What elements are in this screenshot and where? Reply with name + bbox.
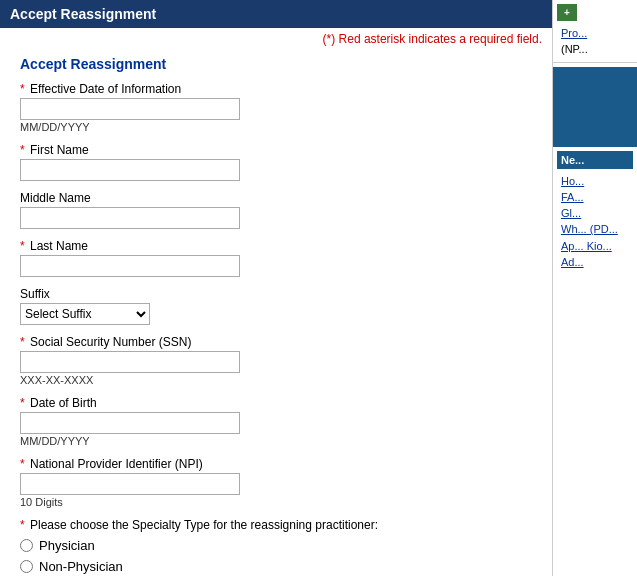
last-name-label: * Last Name: [20, 239, 532, 253]
news-link-6[interactable]: Ad...: [557, 254, 633, 270]
pro-link[interactable]: Pro...: [557, 25, 633, 41]
news-link-5[interactable]: Ap... Kio...: [557, 238, 633, 254]
required-star: *: [20, 457, 25, 471]
form-container: Accept Reassignment * Effective Date of …: [0, 50, 552, 576]
non-physician-label: Non-Physician: [39, 559, 123, 574]
npi-input[interactable]: [20, 473, 240, 495]
dob-hint: MM/DD/YYYY: [20, 435, 532, 447]
npi-group: * National Provider Identifier (NPI) 10 …: [20, 457, 532, 508]
required-notice: (*) Red asterisk indicates a required fi…: [0, 28, 552, 50]
physician-label: Physician: [39, 538, 95, 553]
required-star: *: [20, 82, 25, 96]
first-name-label: * First Name: [20, 143, 532, 157]
news-link-2[interactable]: FA...: [557, 189, 633, 205]
news-link-1[interactable]: Ho...: [557, 173, 633, 189]
first-name-group: * First Name: [20, 143, 532, 181]
middle-name-group: Middle Name: [20, 191, 532, 229]
form-title: Accept Reassignment: [20, 56, 532, 72]
effective-date-hint: MM/DD/YYYY: [20, 121, 532, 133]
ssn-hint: XXX-XX-XXXX: [20, 374, 532, 386]
suffix-group: Suffix Select Suffix Jr. Sr. II III IV: [20, 287, 532, 325]
middle-name-input[interactable]: [20, 207, 240, 229]
non-physician-radio-item[interactable]: Non-Physician: [20, 559, 532, 574]
np-text: (NP...: [557, 41, 633, 57]
news-link-3[interactable]: Gl...: [557, 205, 633, 221]
non-physician-radio[interactable]: [20, 560, 33, 573]
suffix-label: Suffix: [20, 287, 532, 301]
first-name-input[interactable]: [20, 159, 240, 181]
required-star: *: [20, 239, 25, 253]
npi-hint: 10 Digits: [20, 496, 532, 508]
effective-date-label: * Effective Date of Information: [20, 82, 532, 96]
ssn-label: * Social Security Number (SSN): [20, 335, 532, 349]
ssn-input[interactable]: [20, 351, 240, 373]
required-star: *: [20, 143, 25, 157]
news-header: Ne...: [557, 151, 633, 169]
required-star: *: [20, 335, 25, 349]
required-star: *: [20, 396, 25, 410]
header-title: Accept Reassignment: [10, 6, 156, 22]
required-notice-text: (*) Red asterisk indicates a required fi…: [323, 32, 542, 46]
specialty-radio-group: Physician Non-Physician: [20, 538, 532, 574]
npi-label: * National Provider Identifier (NPI): [20, 457, 532, 471]
dob-group: * Date of Birth MM/DD/YYYY: [20, 396, 532, 447]
physician-radio[interactable]: [20, 539, 33, 552]
specialty-section: * Please choose the Specialty Type for t…: [20, 518, 532, 574]
required-star: *: [20, 518, 25, 532]
dob-label: * Date of Birth: [20, 396, 532, 410]
specialty-label: * Please choose the Specialty Type for t…: [20, 518, 532, 532]
physician-radio-item[interactable]: Physician: [20, 538, 532, 553]
suffix-select[interactable]: Select Suffix Jr. Sr. II III IV: [20, 303, 150, 325]
effective-date-group: * Effective Date of Information MM/DD/YY…: [20, 82, 532, 133]
ssn-group: * Social Security Number (SSN) XXX-XX-XX…: [20, 335, 532, 386]
page-header: Accept Reassignment: [0, 0, 552, 28]
main-content: Accept Reassignment (*) Red asterisk ind…: [0, 0, 552, 576]
sidebar-green-button[interactable]: +: [557, 4, 577, 21]
sidebar-blue-section: [553, 67, 637, 147]
dob-input[interactable]: [20, 412, 240, 434]
right-sidebar: + Pro... (NP... Ne... Ho... FA... Gl... …: [552, 0, 637, 576]
last-name-input[interactable]: [20, 255, 240, 277]
news-link-4[interactable]: Wh... (PD...: [557, 221, 633, 237]
middle-name-label: Middle Name: [20, 191, 532, 205]
last-name-group: * Last Name: [20, 239, 532, 277]
effective-date-input[interactable]: [20, 98, 240, 120]
sidebar-top: + Pro... (NP...: [553, 0, 637, 63]
news-section: Ne... Ho... FA... Gl... Wh... (PD... Ap.…: [553, 147, 637, 576]
